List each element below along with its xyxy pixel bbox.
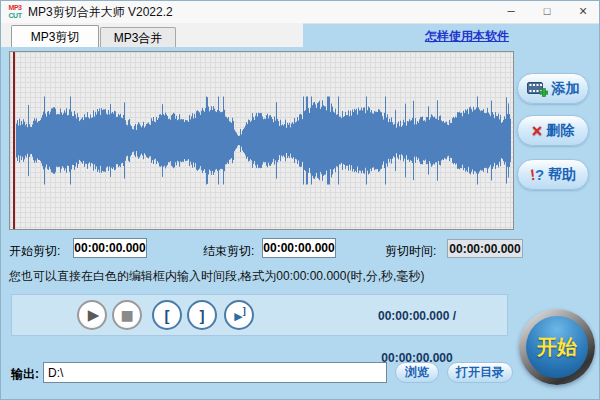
cut-duration-value: 00:00:00.000	[447, 239, 523, 258]
bracket-open-icon: [	[165, 307, 170, 324]
waveform-panel	[9, 51, 514, 230]
delete-x-icon: ×	[532, 123, 543, 139]
play-selection-icon: ▶]	[232, 306, 245, 324]
play-button[interactable]: ▶	[77, 300, 107, 330]
play-selection-button[interactable]: ▶]	[224, 300, 254, 330]
player-panel: ▶ ■ [ ] ▶] 00:00:00.000 / 00:00:00.000	[11, 294, 508, 336]
cut-duration-label: 剪切时间:	[385, 243, 436, 260]
help-icon: !?	[530, 166, 544, 183]
stop-button[interactable]: ■	[112, 300, 142, 330]
output-label: 输出:	[11, 366, 39, 383]
tab-mp3-merge[interactable]: MP3合并	[100, 27, 176, 47]
minimize-button[interactable]: –	[494, 1, 528, 23]
format-hint-text: 您也可以直接在白色的编辑框内输入时间段,格式为00:00:00.000(时,分,…	[9, 268, 424, 285]
stop-icon: ■	[120, 307, 133, 323]
window-title: MP3剪切合并大师 V2022.2	[28, 1, 173, 23]
how-to-use-link[interactable]: 怎样使用本软件	[425, 28, 509, 45]
add-button[interactable]: 添加	[517, 73, 589, 104]
add-button-label: 添加	[552, 80, 580, 98]
start-cut-input[interactable]	[73, 238, 147, 258]
tab-mp3-cut[interactable]: MP3剪切	[11, 25, 99, 47]
delete-button[interactable]: × 删除	[517, 115, 589, 146]
play-icon: ▶	[88, 306, 100, 324]
output-path-input[interactable]	[43, 362, 387, 383]
maximize-button[interactable]: □	[530, 1, 564, 23]
browse-button[interactable]: 浏览	[395, 362, 439, 383]
waveform-canvas[interactable]	[10, 52, 513, 229]
playback-time-display: 00:00:00.000 / 00:00:00.000	[342, 295, 492, 337]
film-add-icon	[527, 80, 548, 98]
open-directory-button[interactable]: 打开目录	[447, 362, 513, 383]
help-button[interactable]: !? 帮助	[517, 159, 589, 190]
help-button-label: 帮助	[548, 166, 576, 184]
app-window: MP3 CUT MP3剪切合并大师 V2022.2 – □ × MP3剪切 MP…	[0, 0, 600, 400]
end-cut-input[interactable]	[262, 238, 336, 258]
close-button[interactable]: ×	[566, 1, 600, 23]
mark-end-button[interactable]: ]	[187, 300, 217, 330]
start-button[interactable]: 开始	[519, 309, 595, 385]
title-bar: MP3 CUT MP3剪切合并大师 V2022.2 – □ ×	[1, 1, 599, 24]
bracket-close-icon: ]	[200, 307, 205, 324]
start-button-label: 开始	[526, 316, 588, 378]
end-cut-label: 结束剪切:	[203, 243, 254, 260]
delete-button-label: 删除	[546, 122, 574, 140]
start-cut-label: 开始剪切:	[9, 243, 60, 260]
app-logo-icon: MP3 CUT	[6, 4, 24, 20]
mark-start-button[interactable]: [	[152, 300, 182, 330]
